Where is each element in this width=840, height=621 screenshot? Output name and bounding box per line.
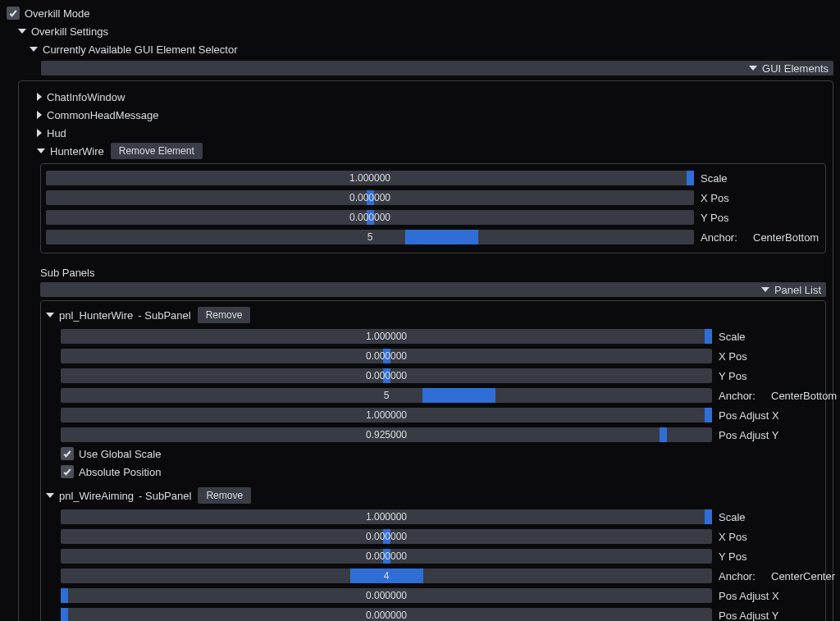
slider-value: 0.000000 (61, 588, 712, 603)
slider-label: Anchor: (701, 231, 746, 244)
panel-list-label: Panel List (774, 284, 821, 296)
slider-value: 0.925000 (61, 427, 712, 442)
anchor-extra: CenterBottom (771, 390, 837, 402)
gui-selector-row[interactable]: Currently Available GUI Element Selector (7, 41, 833, 57)
anchor-extra: CenterCenter (771, 570, 835, 582)
slider-label: Y Pos (719, 370, 765, 382)
slider-ypos[interactable]: 0.000000 Y Pos (46, 208, 820, 226)
overkill-mode-label: Overkill Mode (25, 7, 89, 20)
subpanel-slider-ypos[interactable]: 0.000000 Y Pos (61, 367, 820, 385)
tree-label: ChatInfoWindow (47, 91, 125, 103)
chevron-right-icon[interactable] (37, 129, 42, 137)
slider-value: 0.000000 (61, 549, 712, 564)
absolute-position-row[interactable]: Absolute Position (61, 463, 820, 480)
slider-value: 4 (61, 568, 712, 583)
slider-value: 0.000000 (61, 608, 712, 621)
use-global-scale-row[interactable]: Use Global Scale (61, 445, 820, 462)
subpanel-slider-xpos[interactable]: 0.000000 X Pos (61, 527, 820, 546)
slider-label: X Pos (719, 531, 765, 543)
gui-selector-label: Currently Available GUI Element Selector (43, 43, 237, 56)
subpanel-slider-posadjx[interactable]: 0.000000 Pos Adjust X (61, 587, 820, 605)
chevron-down-icon[interactable] (46, 313, 54, 317)
chevron-right-icon[interactable] (37, 93, 42, 101)
checkbox-icon[interactable] (61, 447, 74, 460)
subpanel-suffix: - SubPanel (139, 490, 191, 502)
tree-label: CommonHeadMessage (47, 109, 159, 121)
anchor-extra: CenterBottom (753, 231, 819, 244)
tree-label: HunterWire (50, 145, 104, 158)
chevron-down-icon[interactable] (37, 148, 45, 153)
subpanel-slider-posadjx[interactable]: 1.000000 Pos Adjust X (61, 406, 820, 424)
panel-list-dropdown[interactable]: Panel List (40, 282, 826, 297)
subpanel-suffix: - SubPanel (138, 309, 190, 322)
subpanel-slider-posadjy[interactable]: 0.925000 Pos Adjust Y (61, 426, 820, 444)
chevron-down-icon (761, 287, 769, 292)
slider-value: 1.000000 (46, 171, 694, 185)
subpanel-slider-xpos[interactable]: 0.000000 X Pos (61, 347, 820, 365)
chevron-down-icon (749, 66, 757, 71)
slider-value: 0.000000 (46, 190, 694, 205)
chevron-right-icon[interactable] (37, 111, 42, 119)
tree-chatinfo[interactable]: ChatInfoWindow (25, 88, 826, 106)
slider-value: 0.000000 (61, 368, 712, 383)
slider-label: Scale (719, 331, 765, 343)
sub-panels-title: Sub Panels (40, 267, 826, 279)
slider-xpos[interactable]: 0.000000 X Pos (46, 189, 820, 207)
remove-button[interactable]: Remove (198, 487, 251, 504)
slider-value: 5 (61, 388, 712, 403)
subpanel-slider-ypos[interactable]: 0.000000 Y Pos (61, 547, 820, 565)
subpanel-slider-anchor[interactable]: 4 Anchor: CenterCenter (61, 567, 820, 585)
slider-scale[interactable]: 1.000000 Scale (46, 169, 820, 187)
subpanel-slider-posadjy[interactable]: 0.000000 Pos Adjust Y (61, 606, 820, 621)
slider-value: 1.000000 (61, 329, 712, 344)
checkbox-icon[interactable] (7, 7, 20, 20)
absolute-position-label: Absolute Position (79, 466, 161, 478)
checkbox-icon[interactable] (61, 465, 74, 478)
overkill-settings-label: Overkill Settings (31, 25, 108, 38)
slider-value: 1.000000 (61, 408, 712, 422)
subpanel-hunterwire-header[interactable]: pnl_HunterWire - SubPanel Remove (46, 306, 820, 324)
slider-label: X Pos (719, 350, 765, 363)
slider-label: Pos Adjust Y (719, 429, 792, 441)
overkill-mode-row[interactable]: Overkill Mode (7, 5, 833, 21)
slider-label: Scale (701, 172, 746, 185)
gui-elements-label: GUI Elements (762, 62, 829, 75)
tree-commonhead[interactable]: CommonHeadMessage (25, 106, 826, 124)
tree-hunterwire[interactable]: HunterWire Remove Element (25, 142, 826, 160)
slider-label: Pos Adjust X (719, 590, 792, 602)
slider-label: Y Pos (701, 212, 746, 224)
chevron-down-icon[interactable] (46, 493, 54, 498)
remove-element-button[interactable]: Remove Element (111, 143, 203, 159)
tree-label: Hud (47, 127, 66, 139)
slider-value: 5 (46, 230, 694, 244)
chevron-down-icon[interactable] (18, 29, 26, 34)
remove-button[interactable]: Remove (198, 307, 251, 323)
slider-label: X Pos (701, 192, 746, 204)
slider-value: 0.000000 (61, 349, 712, 363)
slider-label: Anchor: (719, 390, 765, 402)
slider-label: Anchor: (719, 570, 765, 582)
slider-value: 0.000000 (46, 210, 694, 225)
subpanel-name: pnl_HunterWire (59, 309, 133, 322)
slider-anchor[interactable]: 5 Anchor: CenterBottom (46, 228, 820, 246)
chevron-down-icon[interactable] (30, 47, 38, 52)
slider-value: 1.000000 (61, 509, 712, 524)
subpanel-slider-anchor[interactable]: 5 Anchor: CenterBottom (61, 386, 820, 404)
gui-elements-dropdown[interactable]: GUI Elements (41, 61, 833, 75)
slider-value: 0.000000 (61, 529, 712, 544)
tree-hud[interactable]: Hud (25, 124, 826, 142)
slider-label: Y Pos (719, 550, 765, 563)
subpanel-wireaiming-header[interactable]: pnl_WireAiming - SubPanel Remove (46, 486, 820, 505)
slider-label: Pos Adjust X (719, 409, 792, 422)
use-global-scale-label: Use Global Scale (79, 448, 161, 460)
subpanel-slider-scale[interactable]: 1.000000 Scale (61, 508, 820, 526)
slider-label: Scale (719, 511, 765, 523)
overkill-settings-row[interactable]: Overkill Settings (7, 23, 833, 39)
subpanel-slider-scale[interactable]: 1.000000 Scale (61, 327, 820, 345)
subpanel-name: pnl_WireAiming (59, 490, 134, 502)
slider-label: Pos Adjust Y (719, 610, 792, 622)
